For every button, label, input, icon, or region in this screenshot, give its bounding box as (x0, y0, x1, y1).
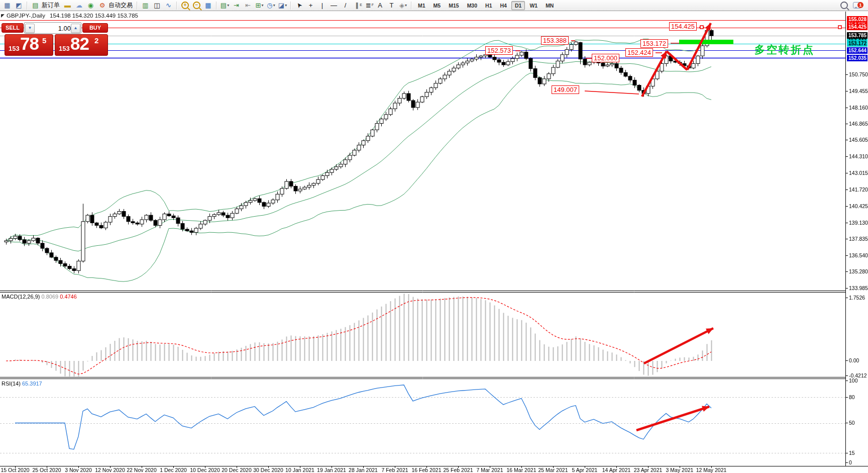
text-label-icon: T (390, 1, 394, 10)
new-order-icon[interactable]: ▤ (30, 0, 41, 11)
chart-shift-icon[interactable]: ⇤ (242, 0, 254, 11)
sell-price-tile[interactable]: 153 78 5 (5, 34, 53, 56)
timeframe-button-m15[interactable]: M15 (445, 1, 462, 10)
timeframe-button-m1[interactable]: M1 (414, 1, 429, 10)
price-axis-label: 135.280 (849, 268, 868, 274)
equidistant-channel-icon: ∥ (355, 1, 359, 10)
crosshair-icon: + (309, 1, 313, 10)
toolbar-separator (176, 2, 177, 10)
price-axis-label: 140.425 (849, 203, 868, 209)
price-axis-label: 143.015 (849, 170, 868, 176)
candlestick-chart[interactable] (0, 0, 868, 473)
volume-down-button[interactable]: ▼ (25, 24, 35, 33)
crosshair-icon[interactable]: + (305, 0, 316, 11)
price-annotation-box[interactable]: 152.424 (625, 48, 653, 57)
horizontal-line-icon[interactable]: — (328, 0, 340, 11)
price-annotation-box[interactable]: 153.172 (640, 39, 668, 48)
date-axis-label: 30 Dec 2020 (253, 467, 283, 473)
price-annotation-box[interactable]: 154.425 (669, 22, 697, 31)
candlestick-chart-icon[interactable]: ◫ (151, 0, 163, 11)
zoom-out-icon[interactable]: − (191, 0, 202, 11)
new-chart-icon: ⊞ (256, 1, 261, 10)
tile-windows-icon[interactable]: ▦ (202, 0, 214, 11)
new-chart-icon[interactable]: ⊞▾ (254, 0, 265, 11)
new-order-label[interactable]: 新订单 (42, 1, 60, 10)
account-cloud-icon[interactable]: ☁ (73, 0, 85, 11)
macd-signal-value: 0.4746 (60, 294, 77, 300)
arrows-shapes-icon[interactable]: ◈▾ (397, 0, 409, 11)
auto-scroll-icon[interactable]: ⇥ (231, 0, 242, 11)
sell-price-small: 153 (9, 45, 20, 52)
fibonacci-icon[interactable]: ≣F (363, 0, 374, 11)
volume-input[interactable] (35, 23, 72, 33)
symbol-period-label: GBPJPY-,Daily (7, 13, 45, 19)
timeframe-button-m30[interactable]: M30 (464, 1, 481, 10)
timeframe-button-mn[interactable]: MN (542, 1, 557, 10)
line-chart-icon[interactable]: ∿ (163, 0, 174, 11)
price-annotation-box[interactable]: 152.000 (592, 54, 619, 62)
price-axis-label: 133.985 (849, 285, 868, 291)
fibonacci-icon: ≣ (366, 1, 371, 10)
equidistant-channel-icon[interactable]: ∥E (351, 0, 363, 11)
bar-chart-icon[interactable]: ▥ (140, 0, 151, 11)
tile-windows-icon: ▦ (205, 1, 211, 10)
chart-preview-icon[interactable]: ◩ (13, 0, 25, 11)
chat-icon[interactable]: 1 (853, 2, 861, 9)
template-icon[interactable]: ◪▾ (277, 0, 288, 11)
signal-icon: ◉ (88, 1, 93, 10)
toolbar-separator (27, 2, 28, 10)
price-axis-label: 149.455 (849, 88, 868, 94)
trendline-icon[interactable]: / (340, 0, 351, 11)
vertical-line-icon[interactable]: | (316, 0, 328, 11)
timeframe-button-d1[interactable]: D1 (511, 1, 525, 10)
date-axis-label: 7 Mar 2021 (476, 467, 503, 473)
buy-price-tile[interactable]: 153 82 2 (55, 34, 108, 56)
date-axis-label: 3 Nov 2020 (65, 467, 92, 473)
text-label-icon[interactable]: T (386, 0, 397, 11)
search-icon[interactable] (840, 2, 848, 9)
volume-box: ▼ ▲ (24, 22, 81, 34)
price-annotation-box[interactable]: 152.573 (485, 46, 513, 55)
date-axis-label: 20 Dec 2020 (222, 467, 252, 473)
autotrade-label[interactable]: 自动交易 (108, 1, 133, 10)
price-annotation-box[interactable]: 149.007 (552, 85, 579, 94)
date-axis-label: 3 May 2021 (666, 467, 694, 473)
date-axis-label: 12 May 2021 (696, 467, 727, 473)
cursor-icon[interactable]: ➤ (293, 0, 305, 11)
sell-button[interactable]: SELL (2, 23, 24, 33)
chart-collapse-icon[interactable]: ◤ (1, 13, 5, 18)
date-axis-label: 25 Oct 2020 (32, 467, 61, 473)
volume-up-button[interactable]: ▲ (71, 24, 80, 33)
price-annotation-box[interactable]: 153.388 (541, 36, 569, 45)
dropdown-arrow-icon: ▾ (227, 1, 229, 10)
text-icon[interactable]: A (374, 0, 386, 11)
toolbar: ▦◩▤新订单▬☁◉⚙自动交易▥◫∿+−▦▤▾⇥⇤⊞▾◷▾◪▾➤+|—/∥E≣FA… (0, 0, 868, 11)
signal-icon[interactable]: ◉ (85, 0, 96, 11)
autotrade-icon[interactable]: ⚙ (96, 0, 108, 11)
chart-window-icon[interactable]: ▦ (2, 0, 13, 11)
account-cloud-icon: ☁ (76, 1, 82, 10)
date-axis-label: 28 Jan 2021 (349, 467, 378, 473)
timeframe-button-h4[interactable]: H4 (497, 1, 510, 10)
chart-title: GBPJPY-,Daily 154.198 154.320 153.449 15… (7, 13, 138, 19)
gold-bar-icon[interactable]: ▬ (62, 0, 73, 11)
period-clock-icon[interactable]: ◷▾ (265, 0, 277, 11)
date-axis-label: 7 Feb 2021 (381, 467, 408, 473)
zoom-out-icon: − (193, 2, 200, 9)
indicators-icon[interactable]: ▤▾ (219, 0, 231, 11)
timeframe-button-m5[interactable]: M5 (430, 1, 445, 10)
cursor-icon: ➤ (294, 1, 305, 11)
date-axis-label: 25 Mar 2021 (538, 467, 568, 473)
timeframe-button-h1[interactable]: H1 (482, 1, 495, 10)
autotrade-icon: ⚙ (99, 1, 105, 10)
buy-button[interactable]: BUY (82, 23, 108, 33)
zoom-in-icon: + (181, 2, 189, 9)
buy-price-big: 82 (70, 34, 89, 54)
macd-label: MACD(12,26,9) 0.8069 0.4746 (2, 294, 77, 300)
price-axis-label: 148.160 (849, 105, 868, 111)
zoom-in-icon[interactable]: + (179, 0, 191, 11)
indicator-axis-label: 0 (849, 459, 852, 465)
sell-price-big: 78 (20, 34, 39, 54)
price-axis-label: 145.605 (849, 137, 868, 143)
timeframe-button-w1[interactable]: W1 (526, 1, 541, 10)
